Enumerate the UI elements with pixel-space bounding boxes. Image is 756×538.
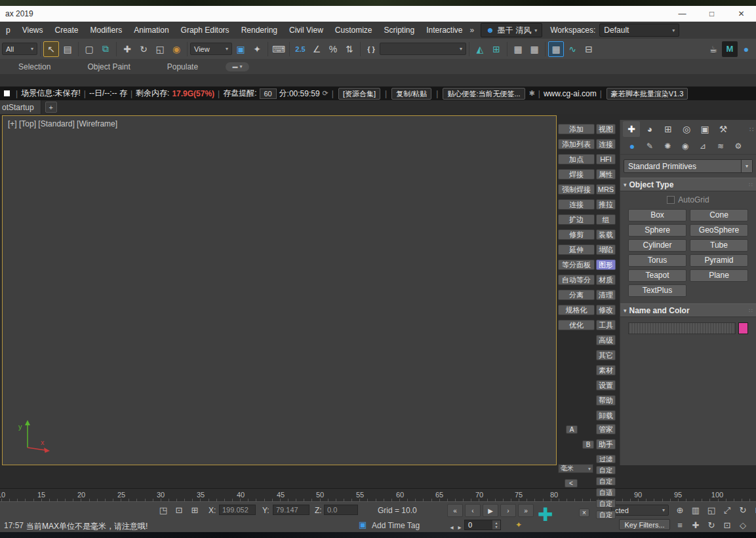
frame-spinner[interactable]: ▴ ▾ — [492, 520, 500, 529]
name-color-rollout-header[interactable]: ▾ Name and Color ∷ — [620, 303, 756, 317]
minimize-button[interactable]: — — [667, 6, 697, 22]
plugin-button[interactable]: 加点 — [558, 154, 595, 164]
orbit-icon[interactable]: ↻ — [737, 505, 749, 516]
plugin-button[interactable]: 其它 — [596, 350, 616, 360]
site-link[interactable]: www.cg-ai.com — [544, 89, 597, 98]
spinner-snap-icon[interactable]: ⇅ — [342, 41, 357, 57]
select-and-scale-icon[interactable]: ◱ — [152, 41, 168, 57]
snaps-toggle-icon[interactable]: 2.5 — [292, 41, 308, 57]
plugin-button[interactable]: 修剪 — [558, 229, 595, 240]
next-frame-button[interactable]: › — [500, 504, 516, 517]
window-crossing-icon[interactable]: ⧉ — [98, 41, 113, 57]
cylinder-button[interactable]: Cylinder — [628, 239, 686, 252]
plugin-button[interactable]: 清理 — [596, 290, 616, 300]
select-by-name-icon[interactable]: ▤ — [60, 41, 75, 57]
selection-lock-icon[interactable]: ⊡ — [173, 505, 185, 516]
teapot-button[interactable]: Teapot — [628, 269, 686, 282]
menu-item[interactable]: Civil View — [283, 26, 329, 35]
timeline-ruler[interactable]: 10 15 20 25 30 35 40 45 50 55 60 65 70 7… — [0, 488, 756, 502]
plugin-button[interactable]: 推拉 — [596, 199, 616, 210]
plugin-button[interactable]: 优化 — [558, 320, 595, 330]
menu-item[interactable]: Create — [49, 26, 84, 35]
zoom-region-icon[interactable]: ⤢ — [721, 505, 733, 516]
select-object-icon[interactable]: ↖ — [43, 41, 59, 57]
add-tab-button[interactable]: + — [45, 102, 57, 113]
rectangular-selection-region-icon[interactable]: ▢ — [81, 41, 97, 57]
collapse-panel-button[interactable]: < — [565, 479, 578, 488]
plugin-button[interactable]: 等分面板 — [558, 259, 595, 270]
plugin-button[interactable]: 卸载 — [596, 410, 616, 421]
selected-filter-dropdown[interactable]: cted ▾ — [611, 505, 669, 516]
previous-key-icon[interactable]: ◂ — [448, 522, 455, 533]
plugin-button[interactable]: 自动等分 — [558, 275, 595, 285]
menu-item[interactable]: Customize — [329, 26, 378, 35]
plugin-button[interactable]: 连接 — [558, 199, 595, 210]
pan-hand-icon[interactable]: ✚ — [690, 520, 702, 531]
go-to-end-button[interactable]: » — [518, 504, 534, 517]
utilities-tab-icon[interactable]: ⚒ — [715, 121, 732, 137]
x-coordinate-field[interactable]: 199.052 — [219, 505, 256, 515]
scene-explorer-icon[interactable]: ▦ — [510, 41, 526, 57]
autogrid-checkbox[interactable] — [667, 196, 675, 204]
create-tab-icon[interactable]: ✚ — [623, 121, 640, 137]
selection-filter-dropdown[interactable]: All ▾ — [2, 43, 37, 55]
plugin-button[interactable]: 强制焊接 — [558, 184, 595, 195]
angle-snap-icon[interactable]: ∠ — [309, 41, 325, 57]
cone-button[interactable]: Cone — [690, 209, 748, 221]
key-filters-button[interactable]: Key Filters... — [619, 519, 670, 530]
plugin-side-button[interactable]: 自定 — [596, 477, 616, 486]
plugin-button[interactable]: 素材 — [596, 365, 616, 375]
spinner-down-icon[interactable]: ▾ — [495, 525, 497, 529]
plugin-button[interactable]: 设置 — [596, 380, 616, 391]
plugin-button[interactable]: 高级 — [596, 335, 616, 345]
play-button[interactable]: ▶ — [483, 504, 498, 517]
textplus-button[interactable]: TextPlus — [628, 284, 686, 297]
add-time-tag-label[interactable]: Add Time Tag — [372, 521, 420, 530]
pyramid-button[interactable]: Pyramid — [690, 254, 748, 267]
hierarchy-tab-icon[interactable]: ⊞ — [660, 121, 677, 137]
zoom-all-icon[interactable]: ▥ — [690, 505, 702, 516]
plugin-side-button[interactable]: 自定 — [596, 510, 616, 519]
geometry-category-icon[interactable]: ● — [626, 140, 639, 153]
shapes-category-icon[interactable]: ✎ — [643, 140, 656, 153]
orbit-subobject-icon[interactable]: ↻ — [706, 520, 717, 531]
maximize-viewport-toggle-icon[interactable]: ⊡ — [753, 505, 756, 516]
plugin-button[interactable]: 塌陷 — [596, 244, 616, 255]
current-frame-field[interactable]: 0 ▴ ▾ — [464, 520, 501, 530]
systems-category-icon[interactable]: ⚙ — [732, 140, 745, 153]
move-gizmo-icon[interactable]: ✚ — [538, 502, 553, 528]
viewport-top[interactable]: [+] [Top] [Standard] [Wireframe] y x — [2, 115, 557, 465]
plugin-button[interactable]: 延伸 — [558, 244, 595, 255]
refresh-icon[interactable]: ⟳ — [323, 89, 328, 98]
toolbar-overflow-chevron[interactable]: » — [470, 26, 475, 35]
helpers-category-icon[interactable]: ⊿ — [696, 140, 709, 153]
use-pivot-center-icon[interactable]: ▣ — [233, 41, 249, 57]
panel-grip[interactable]: ∷ — [749, 126, 753, 133]
go-to-start-button[interactable]: « — [447, 504, 463, 517]
tube-button[interactable]: Tube — [690, 239, 748, 252]
unit-dropdown[interactable]: 毫米 ▾ — [558, 464, 593, 473]
object-name-field[interactable] — [628, 322, 736, 334]
batch-render-brand-button[interactable]: 豪若脚本批量渲染V1.3 — [607, 88, 688, 100]
motion-tab-icon[interactable]: ◎ — [678, 121, 695, 137]
select-and-place-icon[interactable]: ◉ — [169, 41, 184, 57]
menu-item[interactable]: Views — [16, 26, 49, 35]
close-button[interactable]: ✕ — [726, 6, 756, 22]
plugin-button[interactable]: 组 — [596, 214, 616, 225]
menu-item[interactable]: Scripting — [378, 26, 420, 35]
ribbon-options-pill[interactable]: ▬ ▾ — [226, 62, 249, 71]
keyboard-override-icon[interactable]: ⌨ — [271, 41, 287, 57]
plugin-side-button[interactable]: 自定 — [596, 499, 616, 508]
select-and-rotate-icon[interactable]: ↻ — [136, 41, 151, 57]
sphere-button[interactable]: Sphere — [628, 224, 686, 237]
set-key-icon[interactable]: ✦ — [515, 520, 522, 529]
plugin-button[interactable]: MRS — [596, 184, 616, 195]
resource-collection-button[interactable]: [资源合集] — [338, 88, 380, 100]
plane-button[interactable]: Plane — [690, 269, 748, 282]
time-tag-cube-icon[interactable]: ▣ — [359, 520, 367, 529]
plugin-button[interactable]: 分离 — [558, 290, 595, 300]
display-tab-icon[interactable]: ▣ — [696, 121, 713, 137]
plugin-button[interactable]: 属性 — [596, 169, 616, 180]
geosphere-button[interactable]: GeoSphere — [690, 224, 748, 237]
plugin-button[interactable]: 修改 — [596, 305, 616, 315]
